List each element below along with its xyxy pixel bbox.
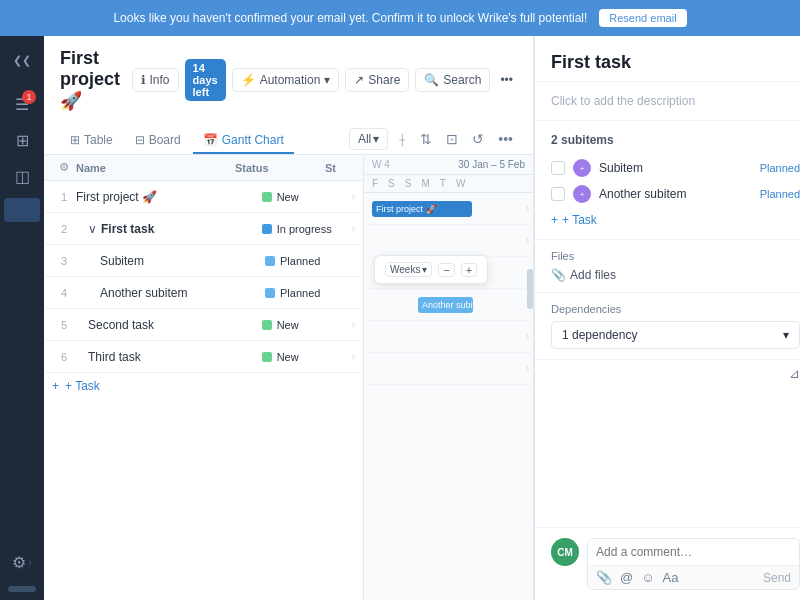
gantt-scrollbar[interactable] [527, 269, 533, 309]
table-row[interactable]: 2 ∨ First task In progress › [44, 213, 363, 245]
comment-input-row: CM 📎 @ ☺ Aa Send [551, 538, 800, 590]
add-subtask-label: + Task [562, 213, 597, 227]
info-icon: ℹ [141, 73, 146, 87]
notification-bar: Looks like you haven't confirmed your em… [0, 0, 800, 36]
gantt-bar-another-subitem: Another subitem [418, 297, 473, 313]
gantt-day-s2: S [405, 178, 412, 189]
subitem-status: Planned [760, 162, 800, 174]
text-format-icon[interactable]: Aa [662, 570, 678, 585]
sidebar-home-button[interactable]: ⊞ [6, 124, 38, 156]
automation-button[interactable]: ⚡ Automation ▾ [232, 68, 340, 92]
row-name: ∨ First task [76, 222, 262, 236]
sidebar-projects-button[interactable]: ◫ [6, 160, 38, 192]
subitem-status: Planned [760, 188, 800, 200]
board-icon: ⊟ [135, 133, 145, 147]
task-description[interactable]: Click to add the description [535, 82, 800, 121]
tab-table[interactable]: ⊞ Table [60, 128, 123, 154]
project-panel: First project 🚀 ℹ Info 14 days left ⚡ Au… [44, 36, 534, 600]
all-filter-button[interactable]: All ▾ [349, 128, 388, 150]
row-name: Subitem [76, 254, 265, 268]
spacer [535, 387, 800, 527]
notification-message: Looks like you haven't confirmed your em… [113, 11, 587, 25]
emoji-icon[interactable]: ☺ [641, 570, 654, 585]
header-actions: ℹ Info 14 days left ⚡ Automation ▾ ↗ Sha… [132, 59, 517, 101]
dependencies-label: Dependencies [551, 303, 800, 315]
toolbar-tabs: ⊞ Table ⊟ Board 📅 Gantt Chart All [60, 122, 517, 154]
add-files-label: Add files [570, 268, 616, 282]
zoom-plus-button[interactable]: + [461, 263, 477, 277]
add-subtask-link[interactable]: + + Task [551, 213, 800, 227]
gantt-icon: 📅 [203, 133, 218, 147]
search-button[interactable]: 🔍 Search [415, 68, 490, 92]
days-left-badge: 14 days left [185, 59, 226, 101]
comment-input[interactable] [588, 539, 799, 565]
add-files-button[interactable]: 📎 Add files [551, 268, 800, 282]
user-avatar: CM [551, 538, 579, 566]
task-detail-header: First task [535, 36, 800, 82]
table-row[interactable]: 6 Third task New › [44, 341, 363, 373]
row-expand-icon[interactable]: › [352, 351, 355, 362]
task-table: ⚙ Name Status St 1 First project 🚀 [44, 155, 533, 600]
group-button[interactable]: ⊡ [442, 129, 462, 149]
more-toolbar-button[interactable]: ••• [494, 129, 517, 149]
table-row[interactable]: 5 Second task New › [44, 309, 363, 341]
more-options-button[interactable]: ••• [496, 69, 517, 91]
gantt-row-6: › [364, 353, 533, 385]
search-icon: 🔍 [424, 73, 439, 87]
add-icon: + [52, 379, 59, 393]
dependencies-section: Dependencies 1 dependency ▾ [535, 293, 800, 360]
add-task-row[interactable]: + + Task [44, 373, 363, 399]
attach-icon[interactable]: 📎 [596, 570, 612, 585]
settings-chevron-icon: › [28, 556, 32, 568]
gantt-row-5: › [364, 321, 533, 353]
mention-icon[interactable]: @ [620, 570, 633, 585]
task-detail-title: First task [551, 52, 800, 73]
files-label: Files [551, 250, 800, 262]
subitem-name: Subitem [599, 161, 752, 175]
row-expand-icon[interactable]: › [352, 223, 355, 234]
send-button[interactable]: Send [763, 571, 791, 585]
subitem-checkbox[interactable] [551, 161, 565, 175]
history-button[interactable]: ↺ [468, 129, 488, 149]
subitem-row: + Subitem Planned [551, 155, 800, 181]
resend-email-button[interactable]: Resend email [599, 9, 686, 27]
tab-gantt[interactable]: 📅 Gantt Chart [193, 128, 294, 154]
gantt-day-m: M [421, 178, 429, 189]
row-expand-icon[interactable]: › [352, 319, 355, 330]
weeks-chevron-icon: ▾ [422, 264, 427, 275]
sort-button[interactable]: ⇅ [416, 129, 436, 149]
chevron-down-icon: ∨ [88, 222, 97, 236]
row-number: 1 [52, 191, 76, 203]
project-title: First project 🚀 [60, 48, 124, 112]
sidebar-settings-row[interactable]: ⚙ › [6, 546, 38, 578]
subitem-checkbox[interactable] [551, 187, 565, 201]
status-col-header: Status [235, 162, 325, 174]
filter-button[interactable]: ⟊ [394, 129, 410, 149]
table-row[interactable]: 4 Another subitem Planned [44, 277, 363, 309]
table-section: ⚙ Name Status St 1 First project 🚀 [44, 155, 364, 600]
weeks-select[interactable]: Weeks ▾ [385, 262, 432, 277]
gantt-row-arrow: › [526, 331, 529, 342]
row-status: Planned [265, 287, 355, 299]
gantt-row-4: Another subitem › [364, 289, 533, 321]
row-number: 4 [52, 287, 76, 299]
collapse-sidebar-button[interactable]: ❮❮ [6, 44, 38, 76]
row-status: New [262, 351, 352, 363]
table-row[interactable]: 1 First project 🚀 New › [44, 181, 363, 213]
table-row[interactable]: 3 Subitem Planned [44, 245, 363, 277]
row-number: 2 [52, 223, 76, 235]
share-button[interactable]: ↗ Share [345, 68, 409, 92]
sidebar: ❮❮ ☰ 1 ⊞ ◫ ⚙ › [0, 36, 44, 600]
gantt-date-range: 30 Jan – 5 Feb [458, 159, 525, 170]
sidebar-inbox-button[interactable]: ☰ 1 [6, 88, 38, 120]
tab-board[interactable]: ⊟ Board [125, 128, 191, 154]
subitem-name: Another subitem [599, 187, 752, 201]
add-subtask-icon: + [551, 213, 558, 227]
info-button[interactable]: ℹ Info [132, 68, 179, 92]
zoom-minus-button[interactable]: − [438, 263, 454, 277]
filter-icon[interactable]: ⊿ [789, 366, 800, 381]
dependencies-dropdown[interactable]: 1 dependency ▾ [551, 321, 800, 349]
row-number: 3 [52, 255, 76, 267]
task-detail-panel: First task Click to add the description … [534, 36, 800, 600]
row-expand-icon[interactable]: › [352, 191, 355, 202]
